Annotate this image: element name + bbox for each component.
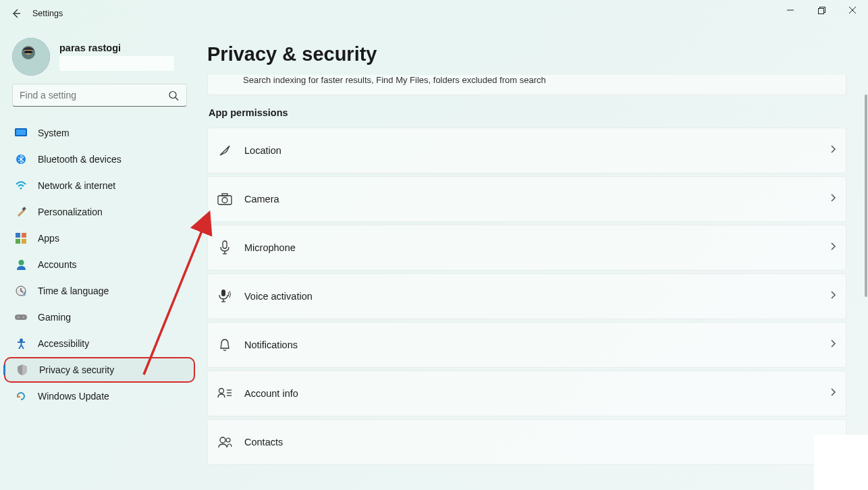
svg-rect-16: [16, 239, 20, 244]
permission-location[interactable]: Location: [207, 128, 846, 173]
permission-voice-activation[interactable]: Voice activation: [207, 273, 846, 319]
chevron-right-icon: [830, 339, 836, 351]
svg-rect-13: [22, 207, 26, 211]
location-icon: [217, 143, 232, 158]
profile-email-redacted: [59, 56, 174, 71]
clock-icon: 文: [15, 285, 27, 297]
brush-icon: [15, 206, 27, 218]
permission-label: Contacts: [244, 437, 836, 447]
sidebar-item-label: System: [38, 128, 70, 138]
sidebar-item-label: Apps: [38, 233, 59, 244]
svg-rect-15: [22, 233, 26, 238]
accessibility-icon: [15, 337, 27, 350]
searching-windows-card[interactable]: Search indexing for faster results, Find…: [207, 75, 846, 95]
svg-rect-6: [24, 51, 32, 53]
svg-rect-28: [223, 241, 227, 248]
chevron-right-icon: [830, 144, 836, 157]
svg-point-34: [219, 389, 224, 393]
minimize-icon: [787, 7, 794, 13]
svg-rect-17: [22, 239, 26, 244]
svg-rect-14: [16, 233, 20, 238]
scrollbar[interactable]: [865, 94, 867, 297]
chevron-right-icon: [830, 387, 836, 400]
profile-block[interactable]: paras rastogi: [0, 30, 199, 81]
main-content: Privacy & security Search indexing for f…: [199, 27, 868, 490]
camera-icon: [217, 192, 232, 207]
sidebar-item-bluetooth[interactable]: Bluetooth & devices: [4, 146, 195, 172]
arrow-left-icon: [11, 8, 22, 19]
person-icon: [15, 258, 27, 271]
svg-point-22: [18, 317, 19, 318]
window-controls: [775, 0, 868, 20]
permission-label: Account info: [244, 388, 830, 399]
corner-overlay: [814, 435, 868, 490]
svg-point-38: [220, 437, 225, 443]
svg-point-12: [20, 188, 22, 190]
voice-icon: [217, 289, 232, 304]
permission-contacts[interactable]: Contacts: [207, 419, 846, 465]
svg-point-24: [20, 339, 23, 342]
sidebar-item-accounts[interactable]: Accounts: [4, 252, 195, 277]
card-description: Search indexing for faster results, Find…: [243, 75, 546, 85]
sidebar-item-time-language[interactable]: 文 Time & language: [4, 278, 195, 304]
permission-notifications[interactable]: Notifications: [207, 322, 846, 368]
svg-point-18: [18, 260, 24, 265]
app-title: Settings: [32, 9, 63, 18]
sidebar-item-personalization[interactable]: Personalization: [4, 199, 195, 225]
mic-icon: [217, 240, 232, 255]
sidebar-item-label: Accounts: [38, 259, 77, 270]
back-button[interactable]: [5, 3, 27, 24]
sidebar-item-label: Personalization: [38, 207, 103, 217]
sidebar: paras rastogi System Bluetooth & devices…: [0, 27, 199, 490]
profile-name: paras rastogi: [59, 43, 174, 53]
sidebar-item-apps[interactable]: Apps: [4, 225, 195, 251]
sidebar-item-label: Accessibility: [38, 338, 89, 349]
active-indicator: [3, 364, 5, 375]
chevron-right-icon: [830, 193, 836, 205]
svg-point-39: [226, 438, 230, 442]
search-icon: [169, 91, 179, 104]
contacts-icon: [217, 435, 232, 450]
svg-rect-21: [15, 315, 27, 320]
section-heading-app-permissions: App permissions: [209, 107, 846, 118]
permission-label: Notifications: [244, 339, 830, 350]
monitor-icon: [15, 127, 27, 139]
account-info-icon: [217, 386, 232, 401]
permission-label: Voice activation: [244, 291, 830, 302]
sidebar-item-label: Time & language: [38, 285, 109, 296]
bell-icon: [217, 337, 232, 352]
page-title: Privacy & security: [207, 43, 846, 65]
permission-account-info[interactable]: Account info: [207, 371, 846, 416]
search-input[interactable]: [12, 84, 187, 107]
sidebar-item-windows-update[interactable]: Windows Update: [4, 383, 195, 409]
sidebar-item-gaming[interactable]: Gaming: [4, 304, 195, 330]
maximize-button[interactable]: [806, 0, 837, 20]
close-icon: [849, 7, 856, 13]
chevron-right-icon: [830, 290, 836, 302]
svg-text:文: 文: [22, 292, 26, 296]
sidebar-item-label: Windows Update: [38, 391, 109, 402]
sidebar-item-accessibility[interactable]: Accessibility: [4, 331, 195, 356]
shield-icon: [16, 364, 28, 376]
close-button[interactable]: [837, 0, 868, 20]
apps-icon: [15, 232, 27, 244]
titlebar: Settings: [0, 0, 868, 27]
minimize-button[interactable]: [775, 0, 806, 20]
svg-point-23: [23, 317, 24, 318]
permission-camera[interactable]: Camera: [207, 176, 846, 222]
svg-rect-31: [221, 290, 225, 296]
sidebar-item-system[interactable]: System: [4, 120, 195, 146]
sidebar-item-label: Gaming: [38, 312, 71, 323]
update-icon: [15, 390, 27, 402]
permission-microphone[interactable]: Microphone: [207, 225, 846, 271]
sidebar-item-privacy-security[interactable]: Privacy & security: [4, 357, 195, 383]
sidebar-item-label: Privacy & security: [39, 364, 114, 375]
sidebar-item-network[interactable]: Network & internet: [4, 173, 195, 198]
avatar: [12, 38, 50, 76]
sidebar-nav: System Bluetooth & devices Network & int…: [0, 120, 199, 409]
svg-point-7: [169, 92, 176, 99]
bluetooth-icon: [15, 153, 27, 165]
permission-label: Location: [244, 145, 830, 156]
svg-rect-2: [818, 8, 823, 13]
svg-line-8: [175, 98, 178, 101]
